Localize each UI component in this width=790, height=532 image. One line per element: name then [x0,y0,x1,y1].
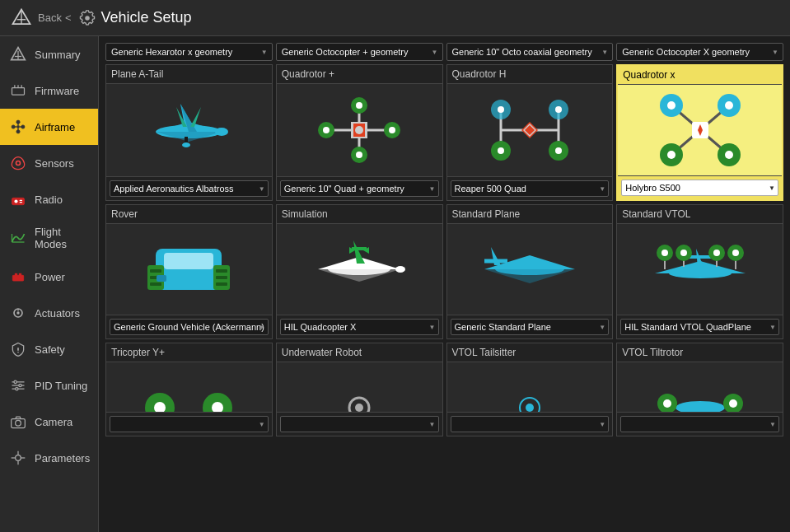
top-dropdown-octo-coaxial-select[interactable]: Generic 10" Octo coaxial geometry [446,43,614,61]
cell-select-plane-atail[interactable]: Applied Aeronautics Albatross [110,180,269,197]
cell-select-quadrotor-plus[interactable]: Generic 10" Quad + geometry [280,180,439,197]
svg-point-31 [16,311,19,314]
sidebar-item-summary[interactable]: Summary [0,36,98,72]
sidebar-label-sensors: Sensors [35,157,74,170]
svg-point-20 [16,161,21,166]
sidebar-label-parameters: Parameters [35,452,90,464]
cell-select-tricopter[interactable] [110,416,269,432]
svg-point-145 [675,401,725,412]
cell-image-simulation[interactable] [277,224,442,315]
svg-point-92 [667,151,675,159]
sidebar-item-airframe[interactable]: Airframe [0,109,98,145]
sidebar-label-summary: Summary [35,49,81,61]
top-dropdown-octocopter-x: Generic Octocopter X geometry [616,43,783,61]
cell-image-rover[interactable] [106,224,272,315]
cell-label-standard-plane: Standard Plane [447,205,613,224]
cell-image-quadrotor-x[interactable] [618,85,782,175]
cell-image-standard-plane[interactable] [447,224,613,315]
gear-icon [78,9,96,27]
svg-point-13 [16,120,20,124]
grid-cell-plane-atail: Plane A-Tail [105,64,273,201]
flight-modes-icon [8,228,28,248]
svg-point-147 [663,399,671,408]
cell-label-quadrotor-x: Quadrotor x [618,66,782,85]
svg-rect-23 [20,200,22,201]
cell-label-underwater: Underwater Robot [277,343,442,362]
sidebar-item-power[interactable]: Power [0,259,98,295]
sidebar-label-power: Power [35,271,65,283]
svg-point-63 [356,152,362,158]
cell-select-wrapper-vtol-tailsitter [447,412,613,436]
svg-point-57 [182,142,190,147]
svg-point-88 [667,101,675,110]
cell-select-wrapper-quadrotor-plus: Generic 10" Quad + geometry [277,176,442,200]
main-layout: Summary Firmware [0,36,790,532]
cell-select-vtol-tiltrotor[interactable] [620,416,779,432]
grid-cell-vtol-tailsitter: VTOL Tailsitter [446,343,614,436]
svg-point-38 [14,380,16,383]
actuators-icon [8,303,28,323]
top-dropdown-octocopter-plus-select[interactable]: Generic Octocopter + geometry [276,43,443,61]
header-separator: < [65,12,72,24]
cell-image-vtol-tiltrotor[interactable] [617,362,783,412]
sidebar-label-firmware: Firmware [35,85,79,97]
svg-rect-104 [216,269,227,273]
cell-label-simulation: Simulation [277,205,442,224]
svg-point-94 [725,151,733,159]
top-dropdown-octo-coaxial: Generic 10" Octo coaxial geometry [446,43,614,61]
cell-image-quadrotor-plus[interactable] [277,84,442,176]
sidebar-item-firmware[interactable]: Firmware [0,72,98,109]
back-button[interactable]: Back [38,12,62,24]
cell-image-plane-atail[interactable] [106,84,272,176]
content-area: Generic Hexarotor x geometry Generic Oct… [99,36,790,532]
top-dropdown-octocopter-x-select[interactable]: Generic Octocopter X geometry [616,43,783,61]
grid-cell-quadrotor-plus: Quadrotor + [276,64,443,201]
cell-image-standard-vtol[interactable] [617,224,783,315]
cell-select-wrapper-tricopter [106,412,272,436]
svg-point-14 [16,130,20,133]
cell-image-tricopter[interactable] [106,362,272,412]
cell-select-rover[interactable]: Generic Ground Vehicle (Ackermann) [110,319,269,335]
cell-select-quadrotor-h[interactable]: Reaper 500 Quad [451,180,610,197]
svg-point-43 [16,455,21,461]
sidebar-item-actuators[interactable]: Actuators [0,295,98,331]
cell-image-vtol-tailsitter[interactable] [447,362,613,412]
top-dropdown-hexarotor-select[interactable]: Generic Hexarotor x geometry [105,43,273,61]
cell-select-standard-vtol[interactable]: HIL Standard VTOL QuadPlane [620,319,779,335]
cell-select-underwater[interactable] [280,416,439,432]
svg-rect-27 [12,275,23,281]
svg-point-65 [323,127,330,133]
firmware-icon [8,81,28,100]
sidebar-item-flight-modes[interactable]: Flight Modes [0,217,98,259]
svg-rect-15 [16,125,19,128]
sidebar-item-sensors[interactable]: Sensors [0,145,98,181]
svg-point-75 [498,106,504,113]
cell-select-vtol-tailsitter[interactable] [451,416,610,432]
sensors-icon [8,153,28,173]
header: Back < Vehicle Setup [0,0,790,36]
svg-rect-101 [150,269,161,273]
grid-cell-quadrotor-x: Quadrotor x [616,64,783,201]
sidebar-label-camera: Camera [35,416,72,428]
sidebar-item-pid-tuning[interactable]: PID Tuning [0,367,98,404]
svg-rect-106 [216,282,227,286]
cell-image-underwater[interactable] [277,362,442,412]
svg-point-77 [555,106,562,113]
sidebar-item-radio[interactable]: Radio [0,181,98,217]
cell-select-simulation[interactable]: HIL Quadcopter X [280,319,439,335]
cell-image-quadrotor-h[interactable] [447,84,613,176]
svg-point-61 [356,102,362,109]
sidebar-item-parameters[interactable]: Parameters [0,440,98,476]
cell-select-standard-plane[interactable]: Generic Standard Plane [451,319,610,335]
pid-tuning-icon [8,376,28,395]
cell-select-quadrotor-x[interactable]: Holybro S500 [621,180,778,196]
top-dropdowns: Generic Hexarotor x geometry Generic Oct… [105,43,783,61]
sidebar-label-radio: Radio [35,194,63,206]
svg-marker-50 [156,132,222,142]
grid-cell-simulation: Simulation [276,204,443,339]
svg-point-11 [12,125,15,128]
svg-point-136 [732,250,739,256]
sidebar-item-camera[interactable]: Camera [0,404,98,440]
sidebar-item-safety[interactable]: Safety [0,331,98,367]
svg-point-81 [555,147,562,154]
